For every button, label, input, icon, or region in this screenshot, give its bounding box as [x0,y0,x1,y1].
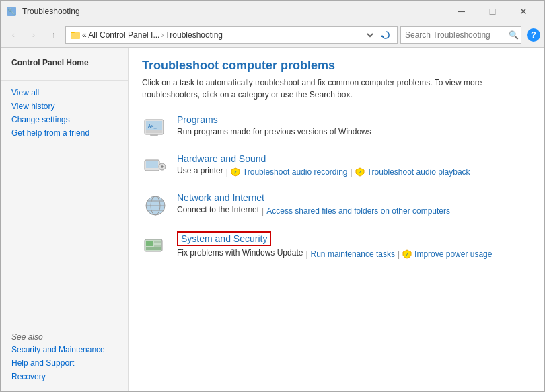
address-separator: › [161,30,164,40]
address-box[interactable]: « All Control Panel I... › Troubleshooti… [65,26,398,44]
address-dropdown[interactable] [362,30,375,40]
hardware-icon [142,153,169,180]
window-icon: 🔧 [6,6,17,17]
up-button[interactable]: ↑ [45,26,63,44]
category-programs: A>_ Programs Run programs made for previ… [142,114,531,141]
folder-icon [70,30,81,40]
sidebar-security-maintenance[interactable]: Security and Maintenance [1,343,128,356]
svg-rect-7 [146,130,162,133]
hardware-subtitle: Use a printer [177,166,223,175]
sidebar: Control Panel Home View all View history… [1,48,129,391]
audio-playback-link[interactable]: Troubleshoot audio playback [367,167,470,177]
shield-icon-2: ✓ [355,167,365,177]
address-path: « All Control Panel I... › Troubleshooti… [70,30,359,40]
address-controlpanel[interactable]: « All Control Panel I... [82,30,159,40]
shield-icon-1: ✓ [231,167,240,177]
main-area: Control Panel Home View all View history… [1,48,544,391]
sidebar-item-viewhistory[interactable]: View history [1,100,128,113]
svg-text:A>_: A>_ [148,124,157,129]
security-links: Fix problems with Windows Update | Run m… [177,248,531,260]
svg-rect-2 [71,32,80,39]
programs-title[interactable]: Programs [177,114,531,125]
help-button[interactable]: ? [527,28,540,42]
network-content: Network and Internet Connect to the Inte… [177,192,531,217]
page-description: Click on a task to automatically trouble… [142,77,531,101]
svg-rect-11 [146,161,158,168]
programs-content: Programs Run programs made for previous … [177,114,531,139]
window-title: Troubleshooting [22,7,80,16]
network-links: Connect to the Internet | Access shared … [177,205,531,217]
svg-text:✓: ✓ [233,170,238,175]
power-usage-link[interactable]: Improve power usage [414,249,492,259]
svg-rect-3 [71,32,75,33]
sidebar-item-viewall[interactable]: View all [1,86,128,100]
main-window: 🔧 Troubleshooting ─ □ ✕ ‹ › ↑ « All Cont… [0,0,545,392]
svg-rect-8 [150,134,158,136]
address-bar: ‹ › ↑ « All Control Panel I... › Trouble… [1,22,544,48]
svg-rect-25 [154,245,161,247]
security-content: System and Security Fix problems with Wi… [177,231,531,260]
svg-marker-4 [381,35,384,37]
svg-text:✓: ✓ [405,252,409,257]
refresh-icon [381,30,390,40]
sidebar-home[interactable]: Control Panel Home [1,56,128,69]
svg-rect-23 [146,241,153,246]
svg-text:🔧: 🔧 [7,7,16,16]
security-subtitle: Fix problems with Windows Update [177,248,303,258]
see-also-heading: See also [1,328,128,343]
address-current: Troubleshooting [165,30,223,40]
divider5: | [398,249,400,259]
minimize-button[interactable]: ─ [446,1,477,22]
search-input[interactable] [405,30,506,40]
hardware-title[interactable]: Hardware and Sound [177,153,531,164]
title-bar: 🔧 Troubleshooting ─ □ ✕ [1,1,544,22]
shield-icon-3: ✓ [402,249,412,259]
back-button[interactable]: ‹ [5,26,22,44]
sidebar-item-gethelp[interactable]: Get help from a friend [1,126,128,140]
forward-button[interactable]: › [25,26,42,44]
page-title: Troubleshoot computer problems [142,58,531,73]
divider4: | [305,249,307,259]
divider1: | [226,167,228,177]
programs-subtitle: Run programs made for previous versions … [177,127,531,136]
category-system-security: System and Security Fix problems with Wi… [142,231,531,260]
security-title[interactable]: System and Security [177,231,271,246]
maximize-button[interactable]: □ [477,1,508,22]
security-icon [142,231,169,258]
maintenance-link[interactable]: Run maintenance tasks [311,249,395,259]
search-box[interactable]: 🔍 [400,26,521,44]
svg-text:✓: ✓ [358,170,362,175]
hardware-links: Use a printer | ✓ Troubleshoot audio rec… [177,166,531,178]
search-icon: 🔍 [509,30,519,40]
svg-rect-24 [154,241,161,243]
audio-recording-link[interactable]: Troubleshoot audio recording [243,167,348,177]
network-subtitle: Connect to the Internet [177,205,259,214]
network-icon [142,192,169,219]
divider2: | [350,167,352,177]
category-network: Network and Internet Connect to the Inte… [142,192,531,219]
content-area: Troubleshoot computer problems Click on … [129,48,544,391]
sidebar-help-support[interactable]: Help and Support [1,356,128,370]
close-button[interactable]: ✕ [508,1,539,22]
programs-icon: A>_ [142,114,169,141]
category-hardware-sound: Hardware and Sound Use a printer | ✓ Tro… [142,153,531,180]
divider3: | [262,206,264,216]
refresh-button[interactable] [378,27,393,43]
shared-files-link[interactable]: Access shared files and folders on other… [266,206,450,216]
network-title[interactable]: Network and Internet [177,192,531,203]
svg-rect-26 [146,247,161,250]
window-controls: ─ □ ✕ [446,1,539,22]
sidebar-item-changesettings[interactable]: Change settings [1,113,128,126]
sidebar-recovery[interactable]: Recovery [1,370,128,383]
hardware-content: Hardware and Sound Use a printer | ✓ Tro… [177,153,531,178]
